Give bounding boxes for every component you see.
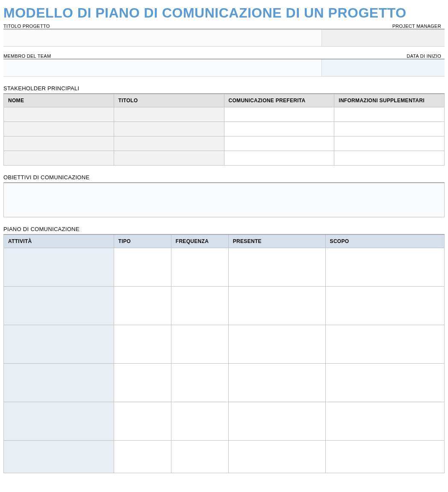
table-header-row: ATTIVITÀ TIPO FREQUENZA PRESENTE SCOPO [4,234,445,248]
table-row [4,364,445,402]
cell-info[interactable] [334,107,445,122]
cell-info[interactable] [334,122,445,136]
col-scopo: SCOPO [325,234,444,248]
start-date-input[interactable] [322,59,445,76]
cell-attivita[interactable] [4,402,114,441]
cell-presente[interactable] [228,325,325,364]
cell-frequenza[interactable] [171,325,228,364]
cell-scopo[interactable] [325,248,444,287]
col-attivita: ATTIVITÀ [4,234,114,248]
project-title-row-labels: TITOLO PROGETTO PROJECT MANAGER [3,24,445,29]
cell-com[interactable] [224,122,334,136]
cell-titolo[interactable] [114,151,224,166]
cell-info[interactable] [334,136,445,151]
table-row [4,151,445,166]
cell-nome[interactable] [4,151,114,166]
plan-section-label: PIANO DI COMUNICAZIONE [3,226,445,232]
cell-tipo[interactable] [114,287,171,325]
cell-com[interactable] [224,151,334,166]
col-tipo: TIPO [114,234,171,248]
col-titolo: TITOLO [114,94,224,107]
table-header-row: NOME TITOLO COMUNICAZIONE PREFERITA INFO… [4,94,445,107]
goals-input[interactable] [3,182,445,217]
cell-presente[interactable] [228,402,325,441]
cell-scopo[interactable] [325,364,444,402]
cell-tipo[interactable] [114,364,171,402]
cell-tipo[interactable] [114,402,171,441]
cell-scopo[interactable] [325,441,444,473]
cell-frequenza[interactable] [171,441,228,473]
cell-tipo[interactable] [114,248,171,287]
cell-frequenza[interactable] [171,248,228,287]
table-row [4,441,445,473]
cell-nome[interactable] [4,107,114,122]
stakeholders-section-label: STAKEHOLDER PRINCIPALI [3,85,445,92]
table-row [4,402,445,441]
stakeholders-table: NOME TITOLO COMUNICAZIONE PREFERITA INFO… [3,93,445,166]
table-row [4,122,445,136]
plan-table: ATTIVITÀ TIPO FREQUENZA PRESENTE SCOPO [3,234,445,473]
cell-nome[interactable] [4,122,114,136]
table-row [4,107,445,122]
cell-info[interactable] [334,151,445,166]
cell-tipo[interactable] [114,325,171,364]
team-member-row [3,59,445,77]
cell-titolo[interactable] [114,136,224,151]
cell-scopo[interactable] [325,402,444,441]
cell-attivita[interactable] [4,287,114,325]
cell-titolo[interactable] [114,107,224,122]
table-row [4,136,445,151]
cell-presente[interactable] [228,364,325,402]
cell-com[interactable] [224,107,334,122]
cell-frequenza[interactable] [171,287,228,325]
cell-scopo[interactable] [325,325,444,364]
team-member-row-labels: MEMBRO DEL TEAM DATA DI INIZIO [3,53,445,59]
cell-titolo[interactable] [114,122,224,136]
cell-com[interactable] [224,136,334,151]
col-frequenza: FREQUENZA [171,234,228,248]
project-title-input[interactable] [3,30,322,46]
cell-presente[interactable] [228,248,325,287]
col-presente: PRESENTE [228,234,325,248]
cell-attivita[interactable] [4,248,114,287]
cell-frequenza[interactable] [171,364,228,402]
project-title-row [3,29,445,47]
project-manager-input[interactable] [322,30,445,46]
team-member-label: MEMBRO DEL TEAM [3,53,322,59]
col-nome: NOME [4,94,114,107]
cell-presente[interactable] [228,287,325,325]
col-comunicazione: COMUNICAZIONE PREFERITA [224,94,334,107]
cell-nome[interactable] [4,136,114,151]
project-manager-label: PROJECT MANAGER [322,24,445,29]
project-title-label: TITOLO PROGETTO [3,24,322,29]
table-row [4,325,445,364]
team-member-input[interactable] [3,59,322,76]
table-row [4,287,445,325]
cell-attivita[interactable] [4,325,114,364]
start-date-label: DATA DI INIZIO [322,53,445,59]
cell-presente[interactable] [228,441,325,473]
cell-scopo[interactable] [325,287,444,325]
cell-attivita[interactable] [4,441,114,473]
table-row [4,248,445,287]
cell-tipo[interactable] [114,441,171,473]
col-informazioni: INFORMAZIONI SUPPLEMENTARI [334,94,445,107]
cell-frequenza[interactable] [171,402,228,441]
cell-attivita[interactable] [4,364,114,402]
page-title: MODELLO DI PIANO DI COMUNICAZIONE DI UN … [3,5,445,21]
goals-section-label: OBIETTIVI DI COMUNICAZIONE [3,174,445,181]
